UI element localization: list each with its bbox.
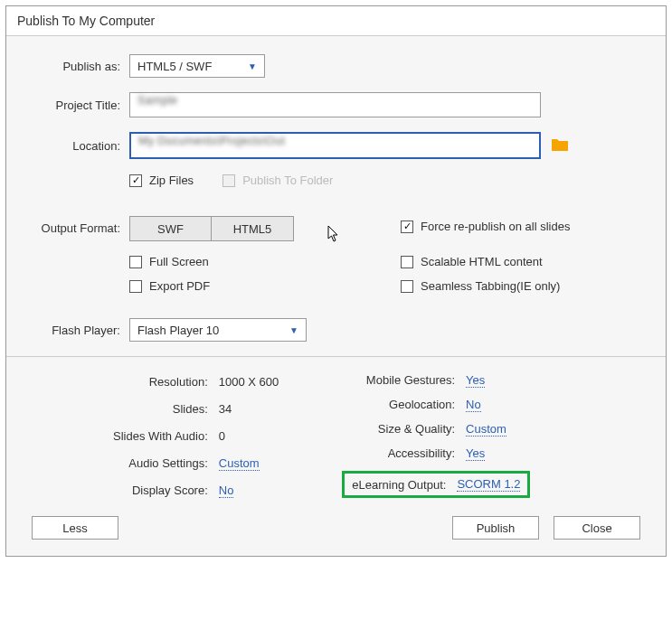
html5-toggle[interactable]: HTML5 bbox=[212, 217, 293, 240]
output-format-toggle: SWF HTML5 bbox=[129, 216, 294, 241]
force-republish-checkbox[interactable] bbox=[401, 221, 413, 233]
force-republish-label: Force re-publish on all slides bbox=[421, 220, 570, 233]
flash-player-value: Flash Player 10 bbox=[137, 324, 219, 337]
accessibility-label: Accessibility: bbox=[342, 446, 455, 460]
resolution-value: 1000 X 600 bbox=[219, 375, 279, 389]
export-pdf-label: Export PDF bbox=[149, 279, 210, 293]
flash-player-dropdown[interactable]: Flash Player 10 ▼ bbox=[129, 318, 307, 342]
elearning-output-label: eLearning Output: bbox=[352, 478, 446, 492]
geolocation-label: Geolocation: bbox=[342, 398, 455, 411]
publish-as-label: Publish as: bbox=[32, 60, 129, 73]
zip-files-label: Zip Files bbox=[149, 174, 194, 187]
mobile-gestures-label: Mobile Gestures: bbox=[342, 373, 455, 387]
publish-dialog: Publish To My Computer Publish as: HTML5… bbox=[5, 5, 667, 557]
display-score-label: Display Score: bbox=[113, 483, 208, 497]
elearning-output-highlight: eLearning Output: SCORM 1.2 bbox=[342, 471, 530, 498]
size-quality-link[interactable]: Custom bbox=[466, 422, 506, 437]
divider bbox=[6, 356, 666, 357]
slides-audio-value: 0 bbox=[219, 429, 279, 443]
location-input[interactable]: My Documents\Projects\Out bbox=[129, 132, 541, 159]
scalable-html-checkbox[interactable] bbox=[401, 256, 413, 268]
seamless-tabbing-checkbox[interactable] bbox=[401, 280, 413, 293]
audio-settings-label: Audio Settings: bbox=[113, 456, 208, 470]
close-button[interactable]: Close bbox=[554, 516, 640, 540]
chevron-down-icon: ▼ bbox=[248, 61, 257, 71]
folder-icon[interactable] bbox=[552, 136, 568, 155]
output-format-label: Output Format: bbox=[32, 216, 129, 235]
slides-audio-label: Slides With Audio: bbox=[113, 429, 208, 443]
scalable-html-label: Scalable HTML content bbox=[421, 255, 543, 268]
geolocation-link[interactable]: No bbox=[466, 398, 481, 412]
full-screen-checkbox[interactable] bbox=[129, 256, 142, 268]
flash-player-label: Flash Player: bbox=[32, 324, 129, 337]
swf-toggle[interactable]: SWF bbox=[130, 217, 212, 240]
location-label: Location: bbox=[32, 139, 129, 153]
full-screen-label: Full Screen bbox=[149, 255, 209, 268]
mobile-gestures-link[interactable]: Yes bbox=[466, 373, 485, 388]
audio-settings-link[interactable]: Custom bbox=[219, 456, 260, 471]
elearning-output-link[interactable]: SCORM 1.2 bbox=[457, 477, 520, 492]
publish-button[interactable]: Publish bbox=[452, 516, 539, 540]
zip-files-checkbox[interactable] bbox=[129, 174, 142, 187]
resolution-label: Resolution: bbox=[113, 375, 208, 389]
project-title-label: Project Title: bbox=[32, 99, 129, 112]
publish-to-folder-checkbox bbox=[222, 174, 235, 187]
size-quality-label: Size & Quality: bbox=[342, 422, 455, 436]
dialog-title: Publish To My Computer bbox=[6, 6, 666, 36]
display-score-link[interactable]: No bbox=[219, 483, 234, 498]
export-pdf-checkbox[interactable] bbox=[129, 280, 142, 293]
slides-label: Slides: bbox=[113, 402, 208, 416]
publish-as-dropdown[interactable]: HTML5 / SWF ▼ bbox=[129, 54, 265, 78]
project-title-input[interactable]: Sample bbox=[129, 92, 541, 117]
chevron-down-icon: ▼ bbox=[289, 325, 298, 335]
seamless-tabbing-label: Seamless Tabbing(IE only) bbox=[421, 279, 560, 293]
publish-as-value: HTML5 / SWF bbox=[137, 60, 212, 73]
accessibility-link[interactable]: Yes bbox=[466, 446, 485, 461]
less-button[interactable]: Less bbox=[32, 516, 118, 540]
slides-value: 34 bbox=[219, 402, 279, 416]
publish-to-folder-label: Publish To Folder bbox=[242, 174, 333, 187]
